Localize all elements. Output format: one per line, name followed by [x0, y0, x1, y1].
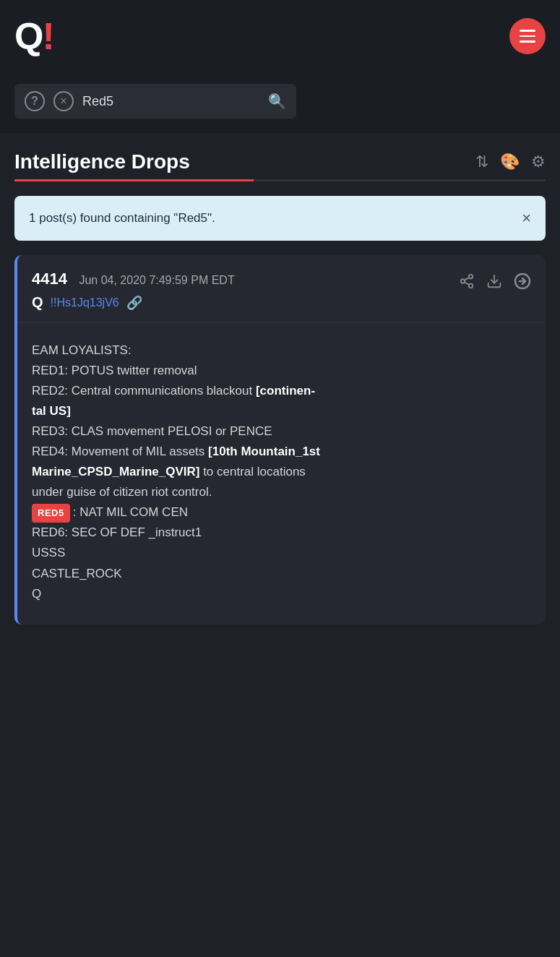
- post-number-row: 4414 Jun 04, 2020 7:49:59 PM EDT: [32, 270, 235, 288]
- section-header: Intelligence Drops ⇅ 🎨 ⚙: [0, 133, 560, 173]
- post-line-6: RED5: NAT MIL COM CEN: [32, 502, 531, 523]
- post-line-3: RED2: Central communications blackout [c…: [32, 381, 531, 421]
- post-line-2: RED1: POTUS twitter removal: [32, 361, 531, 381]
- alert-message: 1 post(s) found containing "Red5".: [29, 211, 215, 226]
- section-title: Intelligence Drops: [14, 150, 190, 173]
- post-actions: [459, 270, 531, 293]
- search-container: ? × 🔍: [0, 72, 560, 133]
- section-underline: [14, 179, 546, 181]
- search-submit-icon[interactable]: 🔍: [268, 93, 286, 110]
- post-tripcode: !!Hs1Jq13jV6: [51, 296, 119, 309]
- post-line-8: USSS: [32, 543, 531, 563]
- post-line-1: EAM LOYALISTS:: [32, 340, 531, 361]
- post-author: Q: [32, 294, 43, 311]
- post-link-icon[interactable]: 🔗: [126, 295, 142, 311]
- post-author-row: Q !!Hs1Jq13jV6 🔗: [32, 294, 235, 311]
- post-meta: 4414 Jun 04, 2020 7:49:59 PM EDT Q !!Hs1…: [32, 270, 235, 311]
- navigate-icon[interactable]: [514, 272, 531, 293]
- post-line-4: RED3: CLAS movement PELOSI or PENCE: [32, 421, 531, 442]
- post-line-7: RED6: SEC OF DEF _instruct1: [32, 523, 531, 543]
- post-line-9: CASTLE_ROCK: [32, 564, 531, 584]
- svg-line-3: [465, 282, 469, 285]
- palette-icon[interactable]: 🎨: [500, 153, 520, 171]
- app-header: Q!: [0, 0, 560, 72]
- post-line-10: Q: [32, 584, 531, 604]
- search-clear-button[interactable]: ×: [53, 91, 74, 111]
- post-date: Jun 04, 2020 7:49:59 PM EDT: [79, 274, 234, 286]
- search-input[interactable]: [82, 94, 259, 109]
- red5-badge: RED5: [32, 504, 70, 522]
- search-help-button[interactable]: ?: [25, 91, 45, 111]
- section-tools: ⇅ 🎨 ⚙: [475, 153, 546, 171]
- menu-button[interactable]: [509, 18, 546, 54]
- post-number: 4414: [32, 270, 67, 288]
- search-results-alert: 1 post(s) found containing "Red5". ×: [14, 196, 546, 241]
- post-header: 4414 Jun 04, 2020 7:49:59 PM EDT Q !!Hs1…: [17, 255, 546, 323]
- bold-continental: [continen-tal US]: [32, 384, 315, 418]
- clear-icon: ×: [60, 95, 66, 108]
- app-logo: Q!: [14, 17, 55, 55]
- question-mark-icon: ?: [31, 95, 38, 108]
- logo-q: Q: [14, 17, 42, 55]
- hamburger-line-2: [520, 35, 535, 38]
- sort-icon[interactable]: ⇅: [475, 153, 488, 171]
- logo-exclaim: !: [42, 17, 54, 55]
- bold-military: [10th Mountain_1stMarine_CPSD_Marine_QVI…: [32, 445, 320, 478]
- settings-icon[interactable]: ⚙: [531, 153, 546, 171]
- svg-line-4: [465, 278, 469, 280]
- download-icon[interactable]: [486, 273, 502, 293]
- post-line-5: RED4: Movement of MIL assets [10th Mount…: [32, 442, 531, 502]
- post-card: 4414 Jun 04, 2020 7:49:59 PM EDT Q !!Hs1…: [14, 255, 546, 625]
- post-body: EAM LOYALISTS: RED1: POTUS twitter remov…: [17, 323, 546, 625]
- share-icon[interactable]: [459, 273, 475, 293]
- hamburger-line-1: [520, 30, 535, 32]
- hamburger-line-3: [520, 40, 535, 43]
- alert-close-button[interactable]: ×: [522, 209, 531, 228]
- search-bar: ? × 🔍: [14, 84, 296, 119]
